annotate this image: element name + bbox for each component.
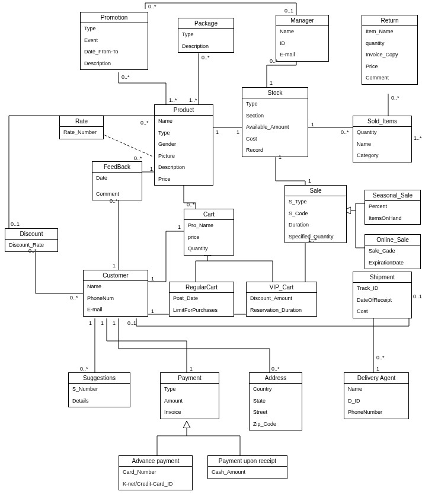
attr: D_ID [344,395,408,407]
class-seasonal-sale: Seasonal_Sale Percent ItemsOnHand [365,190,421,225]
attr: Item_Name [362,26,417,38]
mult-label: 0..* [270,58,278,64]
attr: Type [242,98,308,110]
class-title: RegularCart [170,282,234,293]
attr: Name [84,281,148,293]
class-title: Delivery Agent [344,373,408,384]
attr: K-net/Credit-Card_ID [119,479,192,490]
attr: Discount_Amount [247,293,316,305]
class-title: Suggestions [69,373,130,384]
attr: Percent [365,201,420,213]
class-title: Return [362,15,417,26]
mult-label: 1 [178,224,181,230]
class-delivery-agent: Delivery Agent Name D_ID PhoneNumber [344,372,409,419]
class-title: Product [155,105,213,116]
mult-label: 0..1 [413,294,422,299]
attr: quantity [362,38,417,50]
attr: Description [155,162,213,174]
class-title: Package [178,18,234,29]
attr: Name [344,384,408,395]
class-sold-items: Sold_Items Quantity Name Category [353,116,412,162]
attr: DateOfReceipt [353,295,411,307]
attr: Type [161,384,219,395]
attr: Price [362,61,417,73]
class-stock: Stock Type Section Available_Amount Cost… [242,87,308,157]
class-title: Sale [285,186,346,196]
attr: Gender [155,139,213,151]
class-title: Payment [161,373,219,384]
class-title: Shipment [353,272,411,283]
attr: Cost [242,133,308,145]
attr: Description [81,58,148,70]
attr: Amount [161,395,219,407]
class-title: Manager [276,15,328,26]
attr: S_Type [285,196,346,208]
mult-label: 1 [216,129,219,135]
class-title: Online_Sale [365,235,420,245]
attr: Country [250,384,302,395]
mult-label: 1 [308,178,311,184]
class-vip-cart: VIP_Cart Discount_Amount Reservation_Dur… [246,282,317,317]
attr: Date [92,173,142,184]
attr: Name [276,26,328,38]
mult-label: 0..1 [127,320,136,326]
attr: Picture [155,151,213,162]
attr: ExpirationDate [365,257,420,269]
class-title: Promotion [81,12,148,23]
attr: Quantity [353,127,411,139]
attr: E-mail [84,304,148,316]
attr: State [250,395,302,407]
attr: Description [178,41,234,53]
attr: Name [155,116,213,127]
class-feedback: FeedBack Date Comment [92,161,142,200]
class-package: Package Type Description [178,18,234,53]
mult-label: 1..* [169,97,177,103]
mult-label: 1 [270,80,273,86]
class-title: Cart [184,209,234,220]
class-address: Address Country State Street Zip_Code [249,372,302,430]
mult-label: 0..* [187,202,195,208]
mult-label: 0..* [80,366,88,372]
mult-label: 1 [150,166,153,172]
attr: S_Number [69,384,130,395]
class-shipment: Shipment Track_ID DateOfReceipt Cost [353,272,412,318]
mult-label: 1..* [189,97,197,103]
class-product: Product Name Type Gender Picture Descrip… [154,104,213,186]
attr: Rate_Number [60,127,103,139]
mult-label: 1 [101,320,104,326]
mult-label: 1 [113,263,116,269]
class-customer: Customer Name PhoneNum E-mail [83,270,148,317]
attr: Type [178,29,234,41]
attr: Card_Number [119,467,192,479]
mult-label: 0..* [376,355,385,361]
class-suggestions: Suggestions S_Number Details [68,372,130,407]
attr: Category [353,150,411,162]
mult-label: 1 [311,122,314,127]
mult-label: 0..* [122,74,130,80]
class-title: Discount [5,229,57,240]
attr: Available_Amount [242,122,308,133]
attr: PhoneNumber [344,407,408,419]
attr: Details [69,395,130,407]
class-title: Stock [242,88,308,98]
attr: Date_From-To [81,46,148,58]
class-title: Seasonal_Sale [365,190,420,201]
attr: LimitForPurchases [170,305,234,317]
mult-label: 0..1 [284,8,293,14]
class-advance-payment: Advance payment Card_Number K-net/Credit… [119,455,193,490]
mult-label: 1..* [308,237,316,243]
class-title: Customer [84,270,148,281]
mult-label: 0..1 [11,221,20,227]
attr: S_Code [285,208,346,220]
attr: Section [242,110,308,122]
attr: Invoice [161,407,219,419]
mult-label: 1 [113,320,116,326]
attr: Track_ID [353,283,411,295]
mult-label: 0..* [140,120,149,126]
class-title: Address [250,373,302,384]
class-regularcart: RegularCart Post_Date LimitForPurchases [169,282,234,317]
attr: Type [81,23,148,35]
attr: Post_Date [170,293,234,305]
class-sale: Sale S_Type S_Code Duration Specified_Qu… [284,185,347,243]
class-title: Rate [60,116,103,127]
